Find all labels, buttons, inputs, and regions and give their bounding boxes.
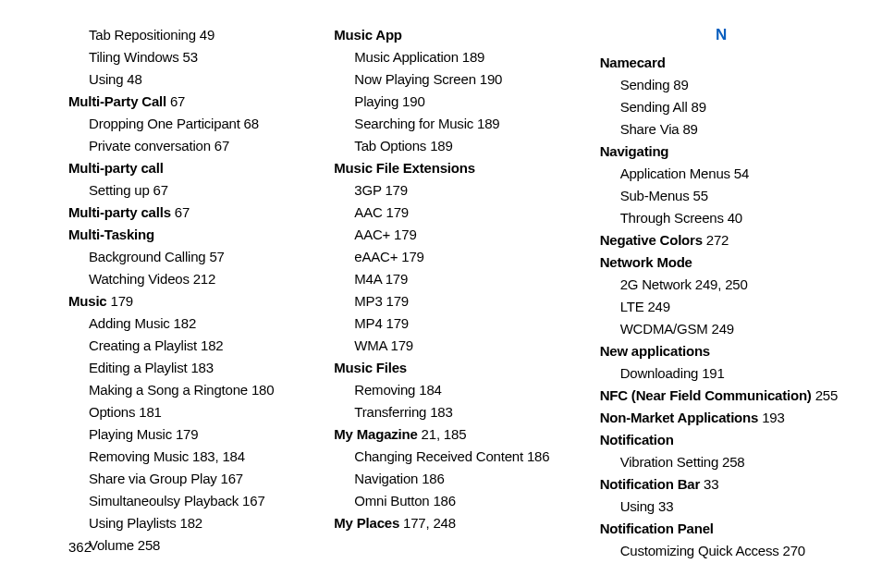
index-page-ref[interactable]: 53 [179,49,198,65]
index-column: NNamecardSending 89Sending All 89Share V… [600,24,843,562]
index-page-ref[interactable]: 179 [382,271,408,287]
index-page-ref[interactable]: 189 [473,116,499,131]
index-term: Editing a Playlist [89,360,187,375]
index-term: Notification [600,432,674,447]
index-page-ref[interactable]: 167 [239,493,264,508]
index-page-ref[interactable]: 68 [240,116,259,131]
index-page-ref[interactable]: 179 [383,293,409,309]
index-page-ref[interactable]: 89 [688,99,706,115]
index-term: Music File Extensions [334,160,475,176]
index-entry: Dropping One Participant 68 [68,113,312,135]
index-entry: Now Playing Screen 190 [334,68,577,91]
index-page-ref[interactable]: 180 [248,382,274,398]
index-page-ref[interactable]: 249 [708,321,734,337]
index-page-ref[interactable]: 189 [426,138,452,153]
index-page-ref[interactable]: 182 [177,515,202,531]
index-term: Volume [89,537,134,553]
index-page-ref[interactable]: 167 [217,471,243,486]
index-page-ref[interactable]: 258 [134,537,160,553]
index-page-ref[interactable]: 67 [150,182,168,198]
index-term: Through Screens [620,210,724,226]
index-page-ref[interactable]: 48 [123,71,141,87]
index-page-ref[interactable]: 212 [190,271,215,287]
index-page-ref[interactable]: 190 [476,71,502,87]
index-page-ref[interactable]: 183, 184 [189,448,245,464]
index-entry: Notification Bar 33 [600,473,843,496]
index-page-ref[interactable]: 181 [135,404,161,420]
index-entry: Multi-party call [68,157,312,179]
index-page-ref[interactable]: 89 [669,77,688,92]
index-page-ref[interactable]: 182 [170,315,196,331]
index-page-ref[interactable]: 179 [387,337,413,353]
index-page-ref[interactable]: 179 [383,204,409,220]
index-page-ref[interactable]: 191 [698,365,724,381]
index-page-ref[interactable]: 40 [724,210,742,226]
index-term: MP4 [354,315,382,331]
index-entry: Multi-party calls 67 [68,202,312,224]
index-term: Omni Button [354,493,429,508]
index-page-ref[interactable]: 33 [700,476,718,492]
index-page-ref[interactable]: 179 [390,227,416,242]
index-page-ref[interactable]: 55 [690,188,708,203]
index-page-ref[interactable]: 272 [703,232,729,248]
index-page-ref[interactable]: 33 [655,498,673,514]
index-column: Music AppMusic Application 189Now Playin… [334,24,577,562]
index-page-ref[interactable]: 177, 248 [399,515,456,531]
index-page-ref[interactable]: 255 [812,387,838,403]
index-page-ref[interactable]: 183 [187,360,213,375]
index-page-ref[interactable]: 258 [718,454,744,470]
index-term: Notification Panel [600,521,714,536]
index-entry: Volume 258 [68,534,312,557]
index-page-ref[interactable]: 270 [779,543,805,558]
index-page-ref[interactable]: 21, 185 [418,426,467,442]
index-page-ref[interactable]: 49 [196,27,214,43]
index-entry: Customizing Quick Access 270 [600,540,843,562]
index-entry: Removing Music 183, 184 [68,446,312,468]
index-entry: 3GP 179 [334,179,577,202]
index-page-ref[interactable]: 179 [381,182,407,198]
index-term: Multi-Tasking [68,227,154,242]
index-page-ref[interactable]: 179 [172,426,198,442]
index-entry: Omni Button 186 [334,490,577,512]
index-page-ref[interactable]: 249 [643,299,669,314]
index-page-ref[interactable]: 179 [107,293,133,309]
index-page-ref[interactable]: 54 [730,165,749,181]
index-page-ref[interactable]: 186 [523,448,549,464]
index-entry: Playing 190 [334,91,577,113]
index-page-ref[interactable]: 184 [415,382,441,398]
index-entry: Tiling Windows 53 [68,46,312,68]
index-page-ref[interactable]: 179 [383,315,409,331]
index-page-ref[interactable]: 67 [171,204,190,220]
index-page-ref[interactable]: 186 [430,493,456,508]
index-entry: Background Calling 57 [68,246,312,268]
index-page-ref[interactable]: 193 [758,410,784,425]
index-entry: WCDMA/GSM 249 [600,318,843,340]
index-entry: AAC 179 [334,202,577,224]
index-term: Private conversation [89,138,211,153]
index-page-ref[interactable]: 189 [459,49,484,65]
index-term: 3GP [354,182,381,198]
index-entry: Multi-Party Call 67 [68,91,312,113]
index-entry: Music Application 189 [334,46,577,68]
index-page-ref[interactable]: 179 [398,249,423,264]
index-entry: Tab Options 189 [334,135,577,157]
index-term: Navigation [354,471,418,486]
index-entry: Private conversation 67 [68,135,312,157]
index-page-ref[interactable]: 67 [166,93,185,109]
index-page-ref[interactable]: 186 [418,471,444,486]
index-page-ref[interactable]: 89 [679,121,697,137]
index-page-ref[interactable]: 190 [398,93,424,109]
index-term: eAAC+ [354,249,398,264]
index-page-ref[interactable]: 182 [197,337,223,353]
index-page-ref[interactable]: 57 [205,249,224,264]
index-term: Multi-Party Call [68,93,166,109]
index-page-ref[interactable]: 183 [426,404,452,420]
index-term: Background Calling [89,249,205,264]
index-page: Tab Repositioning 49Tiling Windows 53Usi… [0,0,882,588]
index-term: Share via Group Play [89,471,217,486]
index-term: Multi-party call [68,160,164,176]
index-page-ref[interactable]: 67 [211,138,229,153]
index-page-ref[interactable]: 249, 250 [692,276,748,292]
index-term: Share Via [620,121,680,137]
index-term: Vibration Setting [620,454,718,470]
